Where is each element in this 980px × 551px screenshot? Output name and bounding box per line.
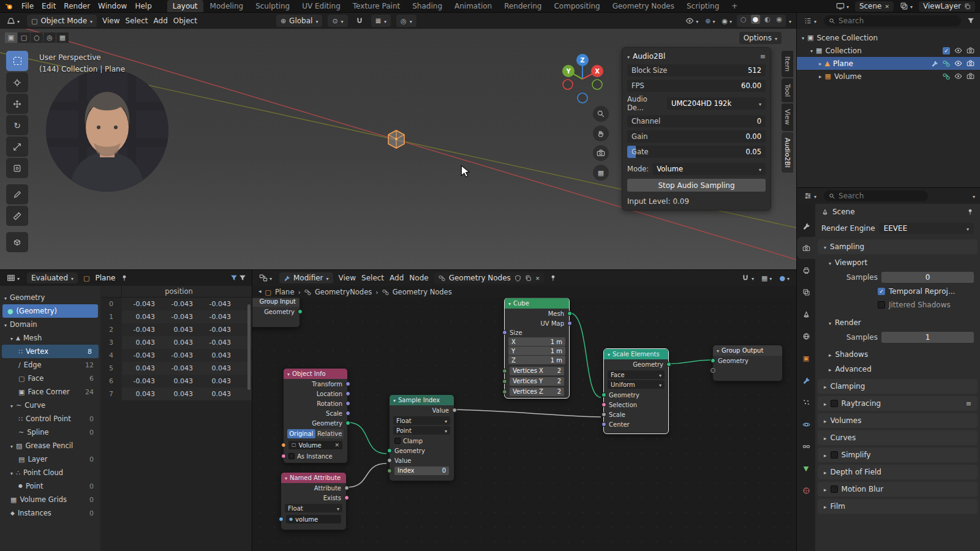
sidebar-row-spline[interactable]: Spline0	[0, 425, 100, 439]
sidebar-group-point-cloud[interactable]: Point Cloud	[0, 466, 100, 479]
sidebar-row-volume-grids[interactable]: Volume Grids0	[0, 493, 100, 506]
show-overlays-dropdown[interactable]	[720, 18, 734, 24]
select-extra-button[interactable]	[56, 32, 69, 43]
workspace-tab-shading[interactable]: Shading	[407, 0, 448, 12]
preview-shading-toggle[interactable]	[777, 275, 791, 282]
scene-browse-button[interactable]	[834, 2, 851, 10]
breadcrumb-modifier[interactable]: GeometryNodes	[315, 288, 372, 296]
shading-solid-button[interactable]	[751, 15, 761, 24]
region-toggle-arrow[interactable]	[258, 289, 262, 296]
eye-icon[interactable]	[954, 72, 962, 80]
camera-view-button[interactable]	[593, 145, 609, 161]
table-row[interactable]: 10.043-0.043-0.043	[100, 310, 252, 323]
overlay-toggle[interactable]	[760, 275, 774, 282]
socket-center-input[interactable]	[601, 422, 606, 427]
socket-value-input[interactable]	[387, 458, 392, 463]
table-row[interactable]: 4-0.043-0.0430.043	[100, 349, 252, 362]
tab-particles[interactable]	[797, 391, 815, 413]
chevron-down-icon[interactable]	[973, 193, 975, 200]
menu-add[interactable]: Add	[390, 274, 404, 282]
tool-rotate[interactable]	[6, 115, 28, 135]
cube-vertices-y-field[interactable]: Vertices Y2	[510, 377, 564, 386]
menu-node[interactable]: Node	[409, 274, 428, 282]
scene-selector[interactable]: Scene	[855, 1, 894, 12]
tool-move[interactable]	[6, 94, 28, 114]
scrollbar[interactable]	[247, 304, 251, 390]
socket-exists-output[interactable]	[344, 495, 349, 500]
socket-index-input[interactable]	[387, 468, 392, 473]
blender-logo-icon[interactable]	[5, 2, 13, 10]
expand-icon[interactable]	[819, 60, 822, 67]
tab-modifiers[interactable]	[797, 369, 815, 391]
workspace-tab-scripting[interactable]: Scripting	[681, 0, 725, 12]
tab-render[interactable]	[797, 237, 815, 259]
shading-dropdown[interactable]	[789, 18, 791, 24]
raytracing-checkbox[interactable]	[831, 400, 838, 407]
outliner-row-plane[interactable]: Plane	[797, 57, 980, 70]
workspace-tab-animation[interactable]: Animation	[449, 0, 497, 12]
sample-index-type-select[interactable]: Float	[393, 416, 450, 425]
sidebar-group-mesh[interactable]: Mesh	[0, 331, 100, 345]
node-sample-index[interactable]: Sample Index Value Float Point Clamp Geo…	[389, 394, 454, 481]
cube-size-y-field[interactable]: Y1 m	[508, 347, 565, 355]
column-header-position[interactable]: position	[122, 286, 236, 297]
section-sampling[interactable]: Sampling	[818, 239, 978, 254]
clamp-checkbox[interactable]	[394, 438, 401, 444]
section-raytracing[interactable]: Raytracing	[818, 396, 978, 411]
subsection-shadows[interactable]: Shadows	[815, 347, 980, 362]
node-scale-elements[interactable]: Scale Elements Geometry Face Uniform Geo…	[603, 348, 669, 434]
as-instance-checkbox[interactable]	[288, 453, 295, 459]
tab-tool[interactable]: Tool	[782, 78, 793, 102]
socket-transform-output[interactable]	[345, 381, 350, 386]
menu-view[interactable]: View	[102, 17, 119, 25]
navigation-gizmo[interactable]: Z Y X	[553, 51, 612, 110]
axis-y-negative-button[interactable]	[592, 80, 602, 89]
sample-index-domain-select[interactable]: Point	[393, 426, 450, 435]
node-tree-type-select[interactable]: Modifier	[279, 272, 333, 283]
sidebar-row-edge[interactable]: Edge12	[0, 358, 100, 372]
menu-select[interactable]: Select	[361, 274, 384, 282]
show-gizmo-dropdown[interactable]	[703, 18, 717, 24]
sidebar-section-domain[interactable]: Domain	[0, 318, 100, 331]
socket-attribute-output[interactable]	[344, 485, 349, 490]
viewlayer-selector[interactable]: ViewLayer	[919, 1, 975, 12]
section-simplify[interactable]: Simplify	[818, 448, 978, 462]
tool-scale[interactable]	[6, 137, 28, 157]
object-info-original-button[interactable]: Original	[287, 429, 315, 438]
sidebar-row-face-corner[interactable]: Face Corner24	[0, 385, 100, 399]
socket-geometry-input[interactable]	[710, 358, 715, 363]
editor-type-button[interactable]	[257, 274, 274, 282]
menu-object[interactable]: Object	[173, 17, 197, 25]
snap-toggle[interactable]	[739, 274, 756, 282]
tool-add-cube[interactable]	[6, 232, 28, 252]
tab-scene[interactable]	[797, 303, 815, 325]
fake-user-shield-icon[interactable]	[514, 275, 521, 282]
node-object-info[interactable]: Object Info Transform Location Rotation …	[283, 368, 348, 463]
node-cube[interactable]: Cube Mesh UV Map Size X1 m Y1 m Z1 m Ver…	[504, 298, 570, 399]
socket-scale-input[interactable]	[601, 412, 606, 417]
node-named-attribute[interactable]: Named Attribute Attribute Exists Float v…	[281, 472, 347, 530]
jittered-shadows-checkbox[interactable]	[878, 301, 885, 309]
menu-help[interactable]: Help	[135, 2, 151, 10]
node-group-input[interactable]: Group Input Geometry	[252, 296, 300, 328]
tab-object-data[interactable]	[797, 457, 815, 479]
workspace-tab-compositing[interactable]: Compositing	[548, 0, 605, 12]
filter-toggle-icon[interactable]	[230, 274, 238, 282]
tool-annotate[interactable]	[6, 184, 28, 204]
named-attribute-name-field[interactable]: volume	[286, 515, 341, 523]
socket-rotation-output[interactable]	[345, 401, 350, 406]
snap-settings[interactable]	[371, 15, 391, 27]
pivot-point-select[interactable]	[328, 15, 347, 27]
outliner-search-input[interactable]: Search	[824, 15, 961, 26]
workspace-tab-layout[interactable]: Layout	[167, 0, 203, 12]
object-info-relative-button[interactable]: Relative	[316, 429, 344, 438]
socket-geometry-output[interactable]	[298, 309, 303, 314]
menu-view[interactable]: View	[339, 274, 356, 282]
subsection-render[interactable]: Render	[815, 315, 980, 330]
cube-size-z-field[interactable]: Z1 m	[508, 356, 565, 364]
axis-x-negative-button[interactable]	[563, 80, 573, 89]
table-row[interactable]: 2-0.0430.043-0.043	[100, 323, 252, 336]
menu-render[interactable]: Render	[64, 2, 90, 10]
section-depth-of-field[interactable]: Depth of Field	[818, 465, 978, 479]
selected-cube-object[interactable]	[384, 127, 409, 152]
